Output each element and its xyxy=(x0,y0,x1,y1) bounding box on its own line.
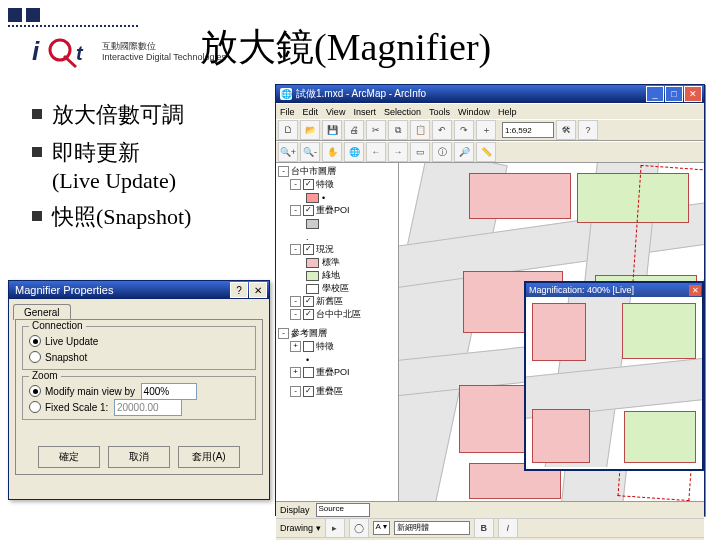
ok-button[interactable]: 確定 xyxy=(38,446,100,468)
menu-edit[interactable]: Edit xyxy=(303,107,319,117)
zoom-percent-spinner[interactable]: 400% xyxy=(141,383,197,400)
toc-l1[interactable]: 特徵 xyxy=(316,178,334,191)
menu-tools[interactable]: Tools xyxy=(429,107,450,117)
cut-icon[interactable]: ✂ xyxy=(366,120,386,140)
brand-logo: i t 互動國際數位 Interactive Digital Technolog… xyxy=(32,34,226,70)
toc-l6[interactable]: 特徵 xyxy=(316,340,334,353)
zoom-label: Zoom xyxy=(29,370,61,381)
copy-icon[interactable]: ⧉ xyxy=(388,120,408,140)
radio-fixed-scale[interactable]: Fixed Scale 1: 20000.00 xyxy=(29,399,249,415)
italic-icon[interactable]: I xyxy=(498,518,518,538)
radio-snapshot[interactable]: Snapshot xyxy=(29,349,249,365)
pointer-icon[interactable]: ▸ xyxy=(325,518,345,538)
identify-icon[interactable]: ⓘ xyxy=(432,142,452,162)
bold-icon[interactable]: B xyxy=(474,518,494,538)
apply-button[interactable]: 套用(A) xyxy=(178,446,240,468)
menu-window[interactable]: Window xyxy=(458,107,490,117)
zoom-in-icon[interactable]: 🔍+ xyxy=(278,142,298,162)
toc-l5[interactable]: 台中中北區 xyxy=(316,308,361,321)
menu-file[interactable]: File xyxy=(280,107,295,117)
toc-l3[interactable]: 現況 xyxy=(316,243,334,256)
menu-selection[interactable]: Selection xyxy=(384,107,421,117)
toc-df2[interactable]: 參考圖層 xyxy=(291,327,327,340)
bullet-3: 快照(Snapshot) xyxy=(52,202,191,232)
toc-l4[interactable]: 新舊區 xyxy=(316,295,343,308)
zoom-group: Zoom Modify main view by 400% Fixed Scal… xyxy=(22,376,256,420)
arcmap-titlebar[interactable]: 🌐 試做1.mxd - ArcMap - ArcInfo _ □ ✕ xyxy=(276,85,704,103)
magnifier-canvas[interactable] xyxy=(526,297,702,467)
standard-toolbar: 🗋 📂 💾 🖨 ✂ ⧉ 📋 ↶ ↷ ＋ 1:6,592 🛠 ? xyxy=(276,119,704,141)
display-source-combo[interactable]: Source xyxy=(316,503,370,517)
maximize-button[interactable]: □ xyxy=(665,86,683,102)
scale-combo[interactable]: 1:6,592 xyxy=(502,122,554,138)
menu-view[interactable]: View xyxy=(326,107,345,117)
display-bar: Display Source xyxy=(276,501,704,518)
drawing-label: Drawing ▾ xyxy=(280,523,321,533)
toc-panel[interactable]: -台中市圖層 -特徵 • -重疊POI . -現況 標準 綠地 學校區 -新舊區… xyxy=(276,163,399,501)
magnifier-titlebar[interactable]: Magnification: 400% [Live] ✕ xyxy=(526,283,702,297)
menubar: File Edit View Insert Selection Tools Wi… xyxy=(276,103,704,119)
toc-l7[interactable]: 重疊POI xyxy=(316,366,350,379)
arcmap-icon: 🌐 xyxy=(280,88,292,100)
svg-text:i: i xyxy=(32,36,40,66)
connection-group: Connection Live Update Snapshot xyxy=(22,326,256,370)
radio-modify-view[interactable]: Modify main view by 400% xyxy=(29,383,249,399)
toc-l2[interactable]: 重疊POI xyxy=(316,204,350,217)
bullet-2a: 即時更新 xyxy=(52,140,140,165)
new-doc-icon[interactable]: 🗋 xyxy=(278,120,298,140)
zoom-out-icon[interactable]: 🔍- xyxy=(300,142,320,162)
magnifier-title: Magnification: 400% [Live] xyxy=(529,285,634,295)
print-icon[interactable]: 🖨 xyxy=(344,120,364,140)
undo-icon[interactable]: ↶ xyxy=(432,120,452,140)
open-icon[interactable]: 📂 xyxy=(300,120,320,140)
dialog-title: Magnifier Properties xyxy=(15,284,113,296)
menu-help[interactable]: Help xyxy=(498,107,517,117)
help-icon[interactable]: ? xyxy=(578,120,598,140)
magnifier-close-icon[interactable]: ✕ xyxy=(689,285,701,296)
arcmap-title: 試做1.mxd - ArcMap - ArcInfo xyxy=(296,87,426,101)
cancel-button[interactable]: 取消 xyxy=(108,446,170,468)
pan-icon[interactable]: ✋ xyxy=(322,142,342,162)
map-canvas[interactable]: Magnification: 400% [Live] ✕ xyxy=(399,163,704,501)
dialog-titlebar[interactable]: Magnifier Properties ? ✕ xyxy=(9,281,269,299)
toolbox-icon[interactable]: 🛠 xyxy=(556,120,576,140)
select-icon[interactable]: ▭ xyxy=(410,142,430,162)
logo-icon: i t xyxy=(32,34,96,70)
find-icon[interactable]: 🔎 xyxy=(454,142,474,162)
add-data-icon[interactable]: ＋ xyxy=(476,120,496,140)
menu-insert[interactable]: Insert xyxy=(353,107,376,117)
shape-icon[interactable]: ◯ xyxy=(349,518,369,538)
drawing-toolbar: Drawing ▾ ▸ ◯ A ▾ 新細明體 B I xyxy=(276,518,704,537)
display-label: Display xyxy=(280,505,310,515)
bullet-list: 放大倍數可調 即時更新(Live Update) 快照(Snapshot) xyxy=(32,100,191,240)
text-tool[interactable]: A ▾ xyxy=(373,521,390,535)
magnifier-window[interactable]: Magnification: 400% [Live] ✕ xyxy=(524,281,704,471)
radio-live-update[interactable]: Live Update xyxy=(29,333,249,349)
measure-icon[interactable]: 📏 xyxy=(476,142,496,162)
prev-extent-icon[interactable]: ← xyxy=(366,142,386,162)
redo-icon[interactable]: ↷ xyxy=(454,120,474,140)
next-extent-icon[interactable]: → xyxy=(388,142,408,162)
svg-text:t: t xyxy=(76,42,84,64)
dialog-help-icon[interactable]: ? xyxy=(230,282,248,298)
paste-icon[interactable]: 📋 xyxy=(410,120,430,140)
slide-title: 放大鏡(Magnifier) xyxy=(200,22,491,73)
toc-df1[interactable]: 台中市圖層 xyxy=(291,165,336,178)
full-extent-icon[interactable]: 🌐 xyxy=(344,142,364,162)
tab-general[interactable]: General xyxy=(13,304,71,320)
save-icon[interactable]: 💾 xyxy=(322,120,342,140)
svg-line-2 xyxy=(64,56,76,67)
bullet-2b: (Live Update) xyxy=(52,168,176,193)
fixed-scale-input[interactable]: 20000.00 xyxy=(114,399,182,416)
bullet-1: 放大倍數可調 xyxy=(52,100,184,130)
arcmap-window: 🌐 試做1.mxd - ArcMap - ArcInfo _ □ ✕ File … xyxy=(275,84,705,516)
connection-label: Connection xyxy=(29,320,86,331)
close-button[interactable]: ✕ xyxy=(684,86,702,102)
tools-toolbar: 🔍+ 🔍- ✋ 🌐 ← → ▭ ⓘ 🔎 📏 xyxy=(276,141,704,163)
font-combo[interactable]: 新細明體 xyxy=(394,521,470,535)
magnifier-properties-dialog: Magnifier Properties ? ✕ General Connect… xyxy=(8,280,270,500)
dialog-close-icon[interactable]: ✕ xyxy=(249,282,267,298)
minimize-button[interactable]: _ xyxy=(646,86,664,102)
toc-l8[interactable]: 重疊區 xyxy=(316,385,343,398)
